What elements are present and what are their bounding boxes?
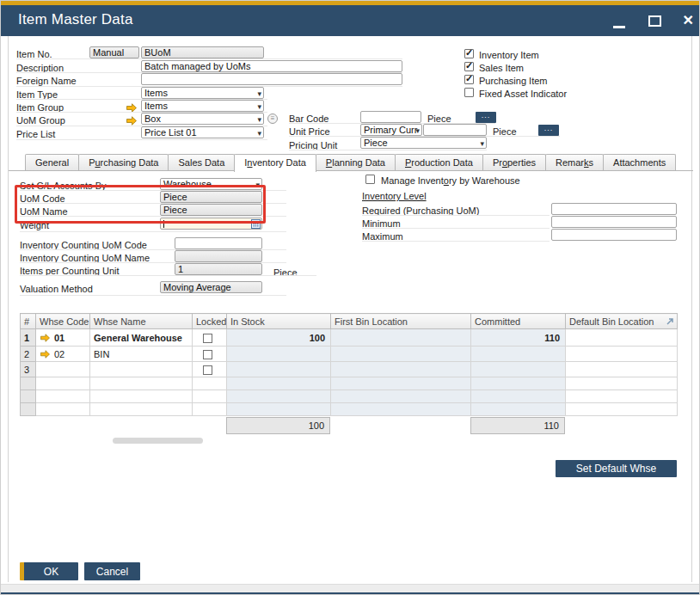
- bar-code-field[interactable]: [360, 111, 421, 123]
- item-no-mode-field[interactable]: Manual: [89, 46, 139, 58]
- divider: [20, 190, 286, 191]
- table-row-empty: [21, 403, 678, 416]
- maximize-icon[interactable]: [648, 15, 661, 27]
- link-arrow-icon[interactable]: [40, 334, 52, 343]
- required-field[interactable]: [551, 203, 677, 215]
- item-type-select[interactable]: Items: [141, 87, 264, 99]
- tab-remarks[interactable]: Remarks: [545, 154, 604, 170]
- in-stock-total: 100: [226, 417, 330, 434]
- divider: [16, 112, 267, 113]
- tab-attachments[interactable]: Attachments: [603, 154, 676, 170]
- col-row-number[interactable]: #: [21, 314, 36, 329]
- default-bin-cell[interactable]: [566, 347, 678, 362]
- col-first-bin[interactable]: First Bin Location: [331, 314, 471, 329]
- price-list-select[interactable]: Price List 01: [141, 126, 264, 138]
- tab-general[interactable]: General: [25, 154, 79, 170]
- close-icon[interactable]: ✕: [683, 11, 694, 30]
- tab-sales-data[interactable]: Sales Data: [168, 154, 235, 170]
- table-header-row: # Whse Code Whse Name Locked In Stock Fi…: [21, 314, 678, 329]
- pricing-unit-select[interactable]: Piece: [360, 137, 487, 149]
- default-bin-cell[interactable]: [566, 362, 678, 377]
- whse-code-cell[interactable]: [36, 362, 90, 377]
- items-per-unit-field: 1: [175, 263, 262, 275]
- locked-checkbox[interactable]: [203, 350, 212, 359]
- valuation-method-label: Valuation Method: [20, 284, 93, 294]
- row-number-cell[interactable]: 1: [21, 329, 36, 347]
- committed-cell: [471, 347, 566, 362]
- col-committed[interactable]: Committed: [471, 314, 566, 329]
- horizontal-scrollbar[interactable]: [113, 438, 203, 444]
- tab-production-data[interactable]: Production Data: [395, 154, 483, 170]
- committed-cell: [471, 362, 566, 377]
- whse-code-cell[interactable]: 02: [36, 347, 90, 362]
- col-whse-code[interactable]: Whse Code: [36, 314, 90, 329]
- fixed-asset-label: Fixed Asset Indicator: [479, 89, 567, 99]
- link-arrow-icon[interactable]: [40, 350, 52, 359]
- foreign-name-label: Foreign Name: [16, 76, 77, 86]
- ok-button[interactable]: OK: [20, 562, 78, 580]
- weight-field[interactable]: [160, 218, 262, 230]
- uom-group-select[interactable]: Box: [141, 113, 264, 125]
- col-locked[interactable]: Locked: [193, 314, 227, 329]
- divider: [362, 228, 550, 229]
- whse-name-cell[interactable]: General Warehouse: [90, 329, 193, 347]
- committed-cell: 110: [471, 329, 566, 347]
- locked-checkbox[interactable]: [203, 365, 212, 375]
- locked-checkbox[interactable]: [203, 334, 212, 343]
- divider: [16, 99, 267, 100]
- row-number-cell[interactable]: 2: [21, 347, 36, 362]
- item-no-field[interactable]: BUoM: [141, 46, 264, 58]
- manage-inventory-checkbox[interactable]: [365, 175, 375, 184]
- purchasing-item-checkbox[interactable]: [464, 75, 474, 84]
- first-bin-cell: [331, 347, 471, 362]
- maximum-field[interactable]: [551, 229, 677, 241]
- sales-item-checkbox[interactable]: [464, 62, 474, 71]
- title-bar[interactable]: Item Master Data ✕: [1, 5, 700, 36]
- tab-planning-data[interactable]: Planning Data: [316, 154, 396, 170]
- link-arrow-icon[interactable]: [126, 101, 138, 110]
- divider: [20, 262, 286, 263]
- fixed-asset-checkbox[interactable]: [464, 88, 474, 97]
- cancel-button[interactable]: Cancel: [84, 562, 140, 580]
- whse-name-cell[interactable]: BIN: [90, 347, 193, 362]
- set-default-whse-button[interactable]: Set Default Whse: [556, 460, 677, 477]
- table-row-empty: [21, 377, 678, 390]
- gl-accounts-select[interactable]: Warehouse: [160, 178, 262, 190]
- col-default-bin[interactable]: Default Bin Location: [566, 314, 678, 329]
- divider: [16, 58, 402, 59]
- divider: [362, 241, 550, 242]
- unit-price-field[interactable]: [423, 124, 487, 136]
- default-bin-cell[interactable]: [566, 329, 678, 347]
- item-group-select[interactable]: Items: [141, 100, 264, 112]
- divider: [289, 123, 495, 124]
- description-field[interactable]: Batch managed by UoMs: [141, 60, 402, 72]
- col-in-stock[interactable]: In Stock: [227, 314, 331, 329]
- row-number-cell[interactable]: 3: [21, 362, 36, 377]
- calculator-grid-icon[interactable]: [251, 219, 261, 230]
- counting-uom-code-field[interactable]: [175, 237, 262, 249]
- whse-name-cell[interactable]: [90, 362, 193, 377]
- table-row-empty: [21, 390, 678, 403]
- unit-price-more-button[interactable]: ...: [538, 125, 559, 136]
- table-row: 1 01 General Warehouse 100 110: [21, 329, 678, 347]
- locked-cell[interactable]: [193, 347, 227, 362]
- link-arrow-icon[interactable]: [126, 113, 138, 123]
- tab-purchasing-data[interactable]: Purchasing Data: [78, 154, 169, 170]
- inventory-item-checkbox[interactable]: [464, 49, 474, 58]
- locked-cell[interactable]: [193, 329, 227, 347]
- window-title: Item Master Data: [18, 11, 133, 28]
- unit-price-currency-select[interactable]: Primary Curr: [360, 124, 422, 136]
- col-whse-name[interactable]: Whse Name: [90, 314, 193, 329]
- expand-table-icon[interactable]: [665, 316, 675, 328]
- foreign-name-field[interactable]: [141, 73, 402, 85]
- window-left-border: [8, 36, 9, 582]
- tab-bar: General Purchasing Data Sales Data Inven…: [9, 154, 693, 171]
- whse-code-cell[interactable]: 01: [36, 329, 90, 347]
- list-detail-icon[interactable]: ≡: [267, 113, 278, 124]
- bar-code-more-button[interactable]: ...: [476, 112, 496, 123]
- tab-properties[interactable]: Properties: [482, 154, 546, 170]
- minimum-field[interactable]: [551, 216, 677, 228]
- tab-inventory-data[interactable]: Inventory Data: [234, 154, 316, 172]
- locked-cell[interactable]: [193, 362, 227, 377]
- minimize-icon[interactable]: [613, 26, 625, 28]
